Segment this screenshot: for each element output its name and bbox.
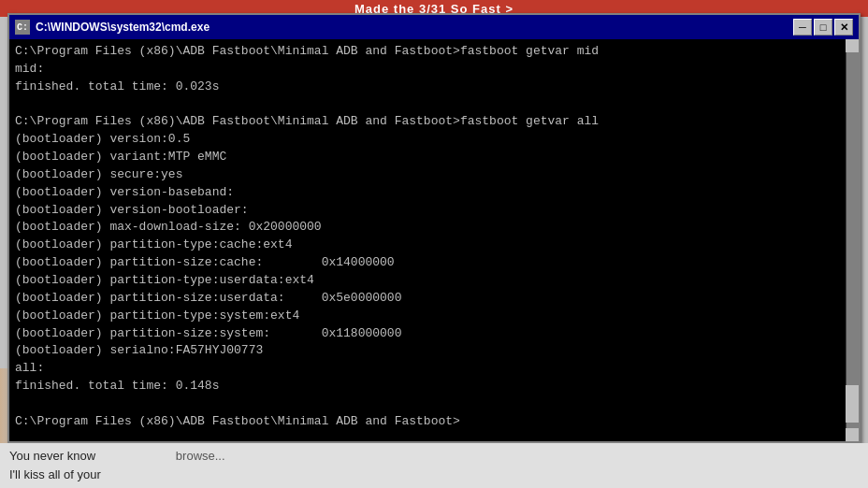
terminal-line: (bootloader) max-download-size: 0x200000…	[15, 219, 853, 237]
title-bar-left: C: C:\WINDOWS\system32\cmd.exe	[15, 20, 210, 35]
terminal-body[interactable]: C:\Program Files (x86)\ADB Fastboot\Mini…	[9, 39, 859, 441]
terminal-line: (bootloader) secure:yes	[15, 166, 853, 184]
terminal-line: all:	[15, 360, 853, 378]
bottom-left-text: You never know I'll kiss all of your	[9, 447, 101, 483]
bottom-line1: You never know	[9, 447, 101, 466]
terminal-line: (bootloader) partition-size:cache: 0x140…	[15, 254, 853, 272]
terminal-line: (bootloader) partition-size:userdata: 0x…	[15, 290, 853, 308]
title-bar: C: C:\WINDOWS\system32\cmd.exe ─ □ ✕	[9, 15, 859, 39]
terminal-line: (bootloader) version-baseband:	[15, 184, 853, 202]
terminal-line: C:\Program Files (x86)\ADB Fastboot\Mini…	[15, 413, 853, 431]
scroll-down-button[interactable]: ▼	[846, 428, 859, 441]
cmd-icon: C:	[15, 20, 30, 35]
terminal-line	[15, 96, 853, 114]
terminal-line: (bootloader) partition-type:cache:ext4	[15, 237, 853, 254]
bottom-line2: I'll kiss all of your	[9, 466, 101, 484]
terminal-line: C:\Program Files (x86)\ADB Fastboot\Mini…	[15, 113, 853, 131]
terminal-line: (bootloader) partition-type:userdata:ext…	[15, 272, 853, 290]
window-title: C:\WINDOWS\system32\cmd.exe	[36, 21, 210, 34]
terminal-line: (bootloader) version:0.5	[15, 131, 853, 149]
terminal-line: (bootloader) variant:MTP eMMC	[15, 149, 853, 166]
maximize-button[interactable]: □	[814, 19, 832, 36]
terminal-line: (bootloader) version-bootloader:	[15, 202, 853, 220]
minimize-button[interactable]: ─	[793, 19, 812, 36]
terminal-line: C:\Program Files (x86)\ADB Fastboot\Mini…	[15, 43, 853, 61]
scrollbar[interactable]: ▲ ▼	[846, 39, 859, 441]
cmd-window: C: C:\WINDOWS\system32\cmd.exe ─ □ ✕ C:\…	[7, 13, 861, 443]
window-controls: ─ □ ✕	[793, 19, 853, 36]
terminal-line	[15, 395, 853, 413]
bottom-area: You never know I'll kiss all of your bro…	[0, 443, 868, 488]
terminal-output: C:\Program Files (x86)\ADB Fastboot\Mini…	[15, 43, 853, 431]
close-button[interactable]: ✕	[834, 19, 853, 36]
terminal-line: mid:	[15, 61, 853, 79]
terminal-line: finished. total time: 0.023s	[15, 79, 853, 96]
browse-text[interactable]: browse...	[176, 447, 225, 463]
terminal-line: (bootloader) serialno:FA57HYJ00773	[15, 342, 853, 360]
terminal-line: finished. total time: 0.148s	[15, 378, 853, 395]
terminal-line: (bootloader) partition-type:system:ext4	[15, 308, 853, 325]
terminal-line: (bootloader) partition-size:system: 0x11…	[15, 325, 853, 343]
scroll-thumb[interactable]	[846, 385, 859, 423]
scroll-up-button[interactable]: ▲	[846, 39, 859, 52]
